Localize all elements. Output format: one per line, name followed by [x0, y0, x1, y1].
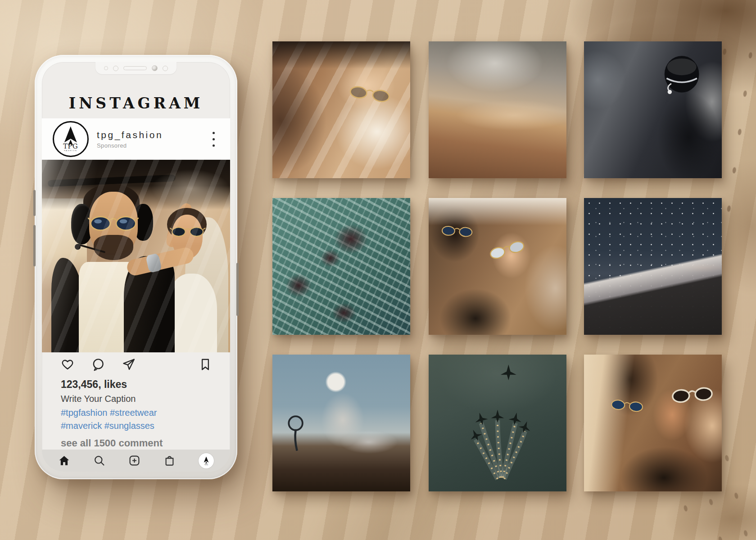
phone-screen: INSTAGRAM TPG FASHION tpg_fashion Sponso…	[42, 62, 230, 472]
comment-icon[interactable]	[91, 358, 105, 371]
aviator-sunglasses-icon	[439, 224, 476, 238]
share-icon[interactable]	[122, 358, 136, 371]
grid-photo-fighter-jets[interactable]	[429, 355, 566, 491]
hashtags-links[interactable]: #tpgfashion #streetwear #maverick #sungl…	[61, 406, 200, 432]
search-icon[interactable]	[93, 454, 105, 467]
fighter-jets-flares-icon	[429, 355, 566, 491]
bottom-nav-bar: TPG	[42, 450, 230, 472]
profile-icon[interactable]: TPG	[199, 453, 214, 468]
like-heart-icon[interactable]	[61, 358, 74, 371]
grid-photo-couple-vintage-car[interactable]	[272, 41, 410, 178]
post-engagement-area: 123,456, likes Write Your Caption #tpgfa…	[42, 352, 230, 450]
svg-text:FASHION: FASHION	[64, 149, 77, 152]
svg-text:TPG: TPG	[204, 464, 208, 466]
shop-bag-icon[interactable]	[163, 454, 176, 467]
likes-count: 123,456, likes	[61, 378, 212, 391]
app-title: INSTAGRAM	[69, 94, 204, 112]
grid-photo-pilots-cockpit[interactable]	[584, 355, 722, 491]
sensor-dot	[113, 66, 118, 71]
svg-text:TPG: TPG	[63, 143, 78, 150]
pilot-helmet-icon	[656, 52, 708, 99]
tpg-logo-mini-icon: TPG	[201, 455, 212, 466]
sensor-dot	[104, 66, 108, 70]
camera-dot	[152, 65, 158, 71]
grid-photo-couple-in-car[interactable]	[429, 198, 566, 335]
phone-mockup: INSTAGRAM TPG FASHION tpg_fashion Sponso…	[35, 55, 237, 479]
aviator-sunglasses-icon	[669, 386, 715, 405]
speaker-slot	[123, 66, 147, 70]
aviator-sunglasses-icon	[346, 83, 394, 106]
motorcycle-mirror-icon	[282, 412, 309, 454]
grid-photo-night-dune-stars[interactable]	[584, 198, 722, 335]
sensor-dot	[163, 66, 168, 71]
phone-volume-button	[33, 190, 36, 216]
post-header: TPG FASHION tpg_fashion Sponsored	[42, 118, 230, 160]
grid-photo-ocean-rocks[interactable]	[272, 198, 410, 335]
home-icon[interactable]	[58, 454, 70, 467]
grid-photo-female-pilot[interactable]	[584, 41, 722, 178]
grid-photo-desert-dunes[interactable]	[429, 41, 566, 178]
phone-volume-button	[33, 225, 36, 266]
view-comments-link[interactable]: see all 1500 comment	[61, 437, 212, 449]
aviator-sunglasses-icon	[485, 238, 529, 263]
tpg-logo-icon: TPG FASHION	[56, 125, 85, 153]
post-options-kebab-icon[interactable]	[208, 132, 219, 147]
phone-notch	[95, 62, 177, 74]
new-post-icon[interactable]	[128, 454, 140, 467]
aviator-sunglasses-icon	[608, 398, 647, 414]
bookmark-icon[interactable]	[199, 358, 212, 371]
username[interactable]: tpg_fashion	[97, 130, 208, 140]
sponsored-label: Sponsored	[97, 142, 208, 149]
post-photo[interactable]	[42, 160, 230, 352]
phone-power-button	[236, 263, 239, 316]
grid-photo-motorcyclist[interactable]	[272, 355, 410, 491]
light-flare-overlay	[42, 160, 230, 352]
avatar[interactable]: TPG FASHION	[53, 121, 89, 157]
caption-text: Write Your Caption	[61, 394, 212, 404]
